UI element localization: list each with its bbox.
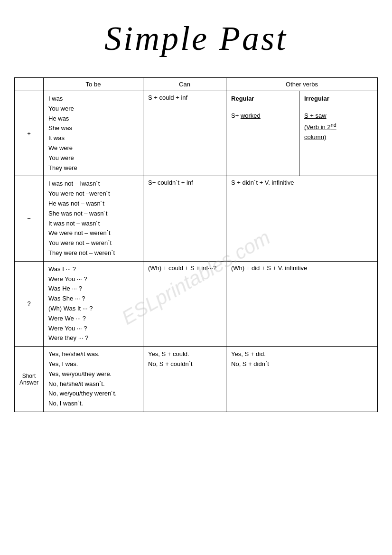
row-label-question: ? [15, 261, 44, 346]
other-question: (Wh) + did + S + V. infinitive [226, 261, 378, 346]
row-label-negative: − [15, 176, 44, 261]
other-short-answer: Yes, S + did. No, S + didn´t [226, 347, 378, 412]
page-title: Simple Past [104, 19, 288, 58]
can-positive: S + could + inf [143, 91, 226, 176]
other-regular-positive: Regular S+ worked [226, 91, 299, 176]
tobe-negative: I was not – Iwasn´t You were not –weren´… [44, 176, 143, 261]
can-question: (Wh) + could + S + inf···? [143, 261, 226, 346]
table-row-short-answer: Short Answer Yes, he/she/it was. Yes, I … [15, 347, 378, 412]
table-row-positive: + I was You were He was She was It was W… [15, 91, 378, 176]
grammar-table: To be Can Other verbs + I was You were H… [14, 77, 378, 412]
can-short-answer: Yes, S + could. No, S + couldn´t [143, 347, 226, 412]
col-empty [15, 78, 44, 91]
other-irregular-positive: Irregular S + saw(Verb in 2ndcolumn) [299, 91, 378, 176]
can-negative: S+ couldn´t + inf [143, 176, 226, 261]
tobe-short-answer: Yes, he/she/it was. Yes, I was. Yes, we/… [44, 347, 143, 412]
col-can-header: Can [143, 78, 226, 91]
table-row-negative: − I was not – Iwasn´t You were not –were… [15, 176, 378, 261]
col-tobe-header: To be [44, 78, 143, 91]
tobe-positive: I was You were He was She was It was We … [44, 91, 143, 176]
tobe-question: Was I ··· ? Were You ··· ? Was He ··· ? … [44, 261, 143, 346]
row-label-short-answer: Short Answer [15, 347, 44, 412]
table-row-question: ? Was I ··· ? Were You ··· ? Was He ··· … [15, 261, 378, 346]
col-other-header: Other verbs [226, 78, 378, 91]
row-label-positive: + [15, 91, 44, 176]
other-negative: S + didn´t + V. infinitive [226, 176, 378, 261]
